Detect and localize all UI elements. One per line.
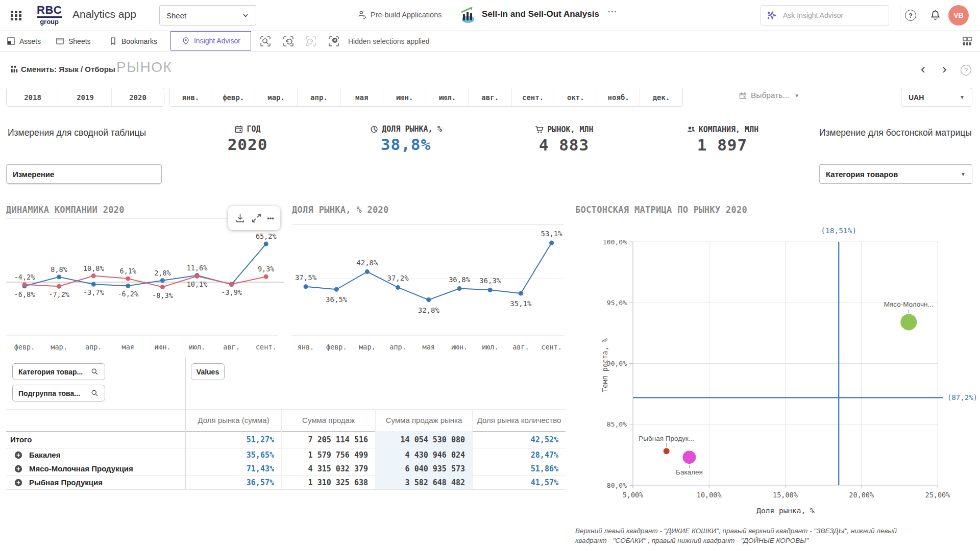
bookmarks-button[interactable]: Bookmarks [108, 31, 157, 51]
svg-text:Рыбная Продук...: Рыбная Продук... [639, 435, 694, 442]
top-bar: RBC group Analytics app Sheet Pre-build … [0, 0, 980, 31]
sheets-button[interactable]: Sheets [55, 31, 91, 51]
download-icon[interactable] [234, 212, 246, 224]
boston-matrix-scatter-chart[interactable]: 100,0%95,0%90,0%85,0%80,0%5,00%10,00%15,… [572, 217, 980, 522]
sheet-toolbar: Assets Sheets Bookmarks Insight Advisor [0, 31, 980, 52]
month-button-дек[interactable]: дек. [640, 88, 682, 106]
clear-selections-icon[interactable] [328, 35, 340, 47]
month-button-февр[interactable]: февр. [212, 88, 255, 106]
more-menu-icon[interactable]: ⋯ [607, 6, 617, 17]
pivot-cell: 6 040 935 573 [375, 462, 472, 475]
expand-plus-icon[interactable] [14, 465, 22, 473]
help-icon[interactable]: ? [905, 10, 916, 21]
sheet-selector[interactable]: Sheet [159, 5, 256, 26]
month-button-янв[interactable]: янв. [169, 88, 212, 106]
svg-text:авг.: авг. [223, 343, 240, 351]
year-button-2018[interactable]: 2018 [7, 88, 59, 106]
assets-button[interactable]: Assets [6, 31, 41, 51]
pivot-values-chip[interactable]: Values [191, 363, 225, 380]
previous-sheet-icon[interactable]: ‹ [921, 62, 925, 76]
svg-text:6,1%: 6,1% [120, 267, 137, 275]
pivot-cell: 36,57% [185, 475, 281, 489]
svg-text:32,8%: 32,8% [418, 306, 440, 314]
svg-text:100,0%: 100,0% [603, 238, 627, 246]
month-button-нояб[interactable]: нояб. [597, 88, 640, 106]
pivot-row-0[interactable]: Итого51,27%7 205 114 51614 054 530 08042… [6, 431, 566, 448]
notifications-bell-icon[interactable] [929, 9, 942, 21]
next-sheet-icon[interactable]: › [942, 62, 947, 76]
market-share-line-chart[interactable]: 37,5%36,5%42,8%37,2%32,8%36,8%36,3%35,1%… [288, 202, 572, 355]
year-button-2019[interactable]: 2019 [59, 88, 111, 106]
more-options-icon[interactable]: ••• [267, 214, 274, 222]
currency-select[interactable]: UAH ▼ [901, 88, 972, 107]
expand-plus-icon[interactable] [14, 451, 22, 459]
sheet-help-icon[interactable]: ? [961, 65, 971, 76]
insight-advisor-search[interactable] [761, 5, 889, 26]
month-button-июл[interactable]: июл. [426, 88, 469, 106]
pivot-column-header-0[interactable]: Доля рынка (сумма) [185, 409, 281, 431]
pivot-cell: 7 205 114 516 [281, 431, 375, 448]
svg-text:35,1%: 35,1% [510, 299, 532, 308]
search-icon[interactable] [90, 367, 99, 376]
sheet-layout-icon[interactable] [962, 36, 973, 47]
svg-text:5,00%: 5,00% [623, 491, 644, 499]
ask-insight-advisor-input[interactable] [782, 11, 881, 20]
date-picker[interactable]: Выбрать... ▼ [739, 91, 799, 100]
pivot-column-header-2[interactable]: Сумма продаж рынка [375, 409, 472, 431]
pivot-cell: 14 054 530 080 [375, 431, 472, 448]
month-filter-group: янв.февр.мар.апр.маяиюн.июл.авг.сент.окт… [169, 88, 683, 107]
insight-advisor-pin-icon [181, 36, 190, 45]
pivot-row-1[interactable]: Бакалея35,65%1 579 756 4994 430 946 0242… [6, 448, 566, 462]
pivot-column-header-3[interactable]: Доля рынка количество [472, 409, 566, 431]
pivot-dimension-chip-0[interactable]: Категория товар... [12, 363, 105, 380]
user-network-icon [357, 10, 367, 19]
pivot-cell: 1 310 325 638 [281, 475, 375, 489]
app-launcher-icon[interactable] [9, 8, 23, 22]
calendar-icon [234, 124, 243, 134]
pivot-table: Категория товар...Подгруппа това...Value… [6, 357, 566, 489]
month-button-мар[interactable]: мар. [255, 88, 298, 106]
insight-advisor-tab-active[interactable]: Insight Advisor [170, 31, 251, 51]
expand-icon[interactable] [251, 212, 262, 224]
month-button-июн[interactable]: июн. [383, 88, 426, 106]
year-button-2020[interactable]: 2020 [111, 88, 164, 106]
selections-search-icon[interactable] [259, 35, 272, 47]
pivot-row-label: Мясо-Молочная Продукция [6, 462, 185, 475]
svg-text:июл.: июл. [482, 343, 499, 351]
month-button-авг[interactable]: авг. [469, 88, 511, 106]
month-button-апр[interactable]: апр. [297, 88, 340, 106]
kpi-company-value: 1 897 [656, 136, 789, 154]
pivot-dimension-chip-1[interactable]: Подгруппа това... [12, 385, 105, 402]
pivot-column-header-1[interactable]: Сумма продаж [281, 409, 375, 431]
undo-selection-icon[interactable] [282, 35, 295, 47]
month-button-сент[interactable]: сент. [511, 88, 554, 106]
pivot-cell: 51,86% [472, 462, 566, 475]
svg-text:февр.: февр. [326, 343, 347, 351]
month-button-окт[interactable]: окт. [554, 88, 597, 106]
svg-text:-4,2%: -4,2% [14, 273, 35, 281]
user-avatar[interactable]: VB [948, 5, 969, 26]
pivot-cell: 28,47% [472, 448, 566, 462]
svg-text:сент.: сент. [541, 343, 562, 351]
expand-plus-icon[interactable] [14, 479, 22, 487]
svg-text:апр.: апр. [389, 343, 406, 351]
svg-text:37,5%: 37,5% [295, 273, 317, 282]
pivot-row-2[interactable]: Мясо-Молочная Продукция71,43%4 315 032 3… [6, 462, 566, 476]
svg-text:-7,2%: -7,2% [48, 290, 69, 298]
boston-dimension-select[interactable]: Категория товаров ▼ [819, 164, 972, 184]
kpi-market-label: РЫНОК, МЛН [498, 124, 630, 134]
svg-text:8,8%: 8,8% [51, 265, 67, 273]
prebuild-applications-link[interactable]: Pre-build Applications [357, 10, 442, 19]
pivot-row-3[interactable]: Рыбная Продукция36,57%1 310 325 6383 582… [6, 475, 566, 490]
search-icon[interactable] [90, 389, 99, 397]
sheets-icon [55, 36, 65, 46]
change-language-selections-button[interactable]: Сменить: Язык / Отборы [10, 65, 115, 73]
kpi-year-label: ГОД [181, 124, 314, 134]
svg-text:11,6%: 11,6% [187, 264, 208, 272]
chevron-down-icon [242, 12, 249, 19]
pivot-cell: 35,65% [185, 448, 281, 462]
pivot-cell: 3 582 648 482 [375, 475, 472, 489]
pivot-dimension-input[interactable]: Измерение [6, 164, 162, 184]
month-button-мая[interactable]: мая [340, 88, 383, 106]
svg-text:80,0%: 80,0% [607, 482, 627, 489]
